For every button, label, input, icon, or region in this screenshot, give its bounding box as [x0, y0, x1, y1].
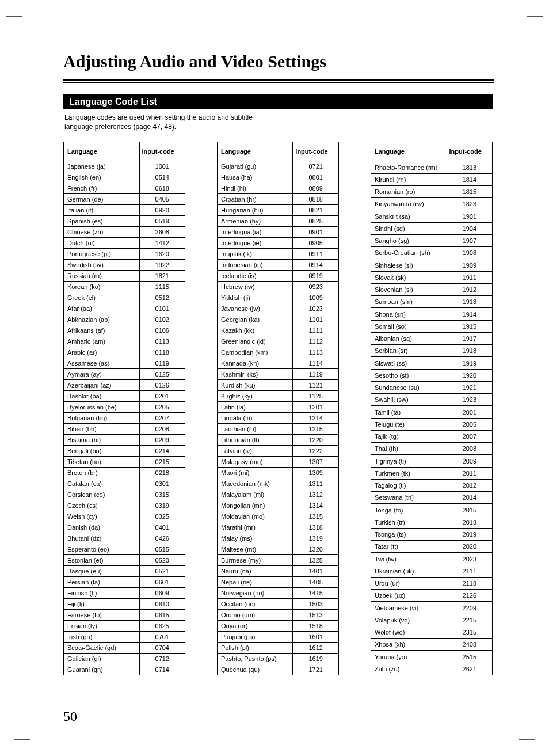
- language-cell: Mongolian (mn): [218, 500, 293, 511]
- language-cell: Slovenian (sl): [371, 283, 447, 295]
- table-row: Romanian (ro)1815: [371, 185, 493, 197]
- table-row: Bihari (bh)0208: [64, 424, 185, 435]
- code-cell: 0610: [139, 599, 185, 610]
- language-cell: Dutch (nl): [64, 238, 140, 249]
- code-cell: 2014: [447, 492, 492, 504]
- code-cell: 1813: [447, 161, 492, 173]
- code-cell: 2126: [447, 590, 492, 602]
- table-row: Czech (cs)0319: [64, 500, 185, 511]
- table-row: Yiddish (ji)1009: [218, 292, 339, 303]
- table-row: English (en)0514: [64, 172, 185, 183]
- table-row: Slovenian (sl)1912: [371, 283, 493, 295]
- code-cell: 0618: [139, 183, 185, 194]
- language-cell: Siswati (ss): [371, 357, 447, 369]
- code-cell: 1913: [447, 296, 492, 308]
- code-cell: 1612: [293, 643, 339, 654]
- code-cell: 1115: [139, 282, 185, 292]
- table-row: Malay (ms)1319: [218, 533, 339, 544]
- table-row: Oriya (or)1518: [218, 621, 339, 632]
- intro-line-1: Language codes are used when setting the…: [64, 113, 253, 121]
- code-cell: 2118: [447, 577, 492, 589]
- table-row: Assamese (as)0119: [64, 358, 185, 369]
- code-cell: 1009: [293, 292, 339, 303]
- language-cell: English (en): [64, 172, 140, 183]
- table-row: Quechua (qu)1721: [218, 664, 339, 675]
- code-cell: 0901: [293, 227, 339, 238]
- code-cell: 1415: [293, 588, 339, 599]
- table-row: Chinese (zh)2608: [64, 227, 185, 238]
- code-cell: 0101: [139, 303, 185, 314]
- language-cell: Xhosa (xh): [371, 639, 447, 651]
- language-cell: Turkish (tr): [371, 516, 447, 528]
- table-row: Marathi (mr)1318: [218, 522, 339, 533]
- table-row: Somali (so)1915: [371, 320, 493, 332]
- code-cell: 1125: [293, 391, 339, 402]
- table-row: Tamil (ta)2001: [371, 406, 493, 418]
- language-cell: Azerbaijani (az): [64, 380, 140, 391]
- language-cell: Hausa (ha): [218, 172, 293, 183]
- language-cell: Javanese (jw): [218, 303, 293, 314]
- code-cell: 2621: [447, 663, 492, 675]
- code-cell: 2005: [447, 418, 492, 430]
- code-cell: 2011: [447, 467, 492, 479]
- code-cell: 0520: [139, 555, 185, 566]
- language-cell: Twi (tw): [371, 553, 447, 565]
- language-cell: Galician (gl): [64, 654, 140, 664]
- code-cell: 2209: [447, 602, 492, 614]
- language-cell: Nepali (ne): [218, 577, 293, 588]
- language-cell: Basque (eu): [64, 566, 140, 577]
- language-cell: Fiji (fj): [64, 599, 140, 610]
- language-cell: Kazakh (kk): [218, 325, 293, 336]
- language-cell: Kashmiri (ks): [218, 369, 293, 380]
- code-cell: 1923: [447, 394, 492, 406]
- language-cell: Spanish (es): [64, 216, 140, 227]
- table-row: Kirghiz (ky)1125: [218, 391, 339, 402]
- table-row: Siswati (ss)1919: [371, 357, 493, 369]
- code-cell: 0704: [139, 643, 185, 654]
- table-row: Bhutani (dz)0426: [64, 533, 185, 544]
- table-row: Mongolian (mn)1314: [218, 500, 339, 511]
- code-cell: 0821: [293, 205, 339, 216]
- code-cell: 1314: [293, 500, 339, 511]
- language-cell: Tatar (tt): [371, 541, 447, 553]
- language-cell: Abkhazian (ab): [64, 314, 140, 325]
- intro-text: Language codes are used when setting the…: [64, 113, 494, 131]
- table-row: Tagalog (tl)2012: [371, 479, 493, 491]
- language-table-1: Language Input-code Japanese (ja)1001Eng…: [63, 142, 185, 675]
- language-cell: Oriya (or): [218, 621, 293, 632]
- table-row: Byelorussian (be)0205: [64, 402, 185, 413]
- code-cell: 0615: [139, 610, 185, 621]
- table-row: Slovak (sk)1911: [371, 271, 493, 283]
- code-cell: 0315: [139, 489, 185, 500]
- code-cell: 1901: [447, 210, 492, 222]
- language-cell: Russian (ru): [64, 271, 140, 282]
- table-row: Volapük (vo)2215: [371, 614, 493, 626]
- table-row: Breton (br)0218: [64, 468, 185, 478]
- language-cell: Nauru (na): [218, 566, 293, 577]
- table-row: Amharic (am)0113: [64, 336, 185, 347]
- language-cell: Sanskrit (sa): [371, 210, 447, 222]
- language-cell: Frisian (fy): [64, 621, 140, 632]
- code-cell: 0401: [139, 522, 185, 533]
- table-row: Tajik (tg)2007: [371, 430, 493, 442]
- language-cell: Greek (el): [64, 292, 140, 303]
- language-cell: Gujarati (gu): [218, 161, 293, 172]
- code-cell: 2001: [447, 406, 492, 418]
- table-row: Faroese (fo)0615: [64, 610, 185, 621]
- table-row: Dutch (nl)1412: [64, 238, 185, 249]
- table-row: Tsonga (ts)2019: [371, 528, 493, 540]
- language-cell: Samoan (sm): [371, 296, 447, 308]
- col-header-code: Input-code: [447, 142, 492, 161]
- table-row: Swahili (sw)1923: [371, 394, 493, 406]
- table-row: Armenian (hy)0825: [218, 216, 339, 227]
- language-cell: Somali (so): [371, 320, 447, 332]
- table-row: Hausa (ha)0801: [218, 172, 339, 183]
- language-cell: Hungarian (hu): [218, 205, 293, 216]
- language-cell: Panjabi (pa): [218, 632, 293, 643]
- code-cell: 0125: [139, 369, 185, 380]
- language-cell: Tamil (ta): [371, 406, 447, 418]
- language-cell: Macedonian (mk): [218, 478, 293, 489]
- language-cell: Lithuanian (lt): [218, 435, 293, 446]
- table-row: Norwegian (no)1415: [218, 588, 339, 599]
- language-cell: Byelorussian (be): [64, 402, 140, 413]
